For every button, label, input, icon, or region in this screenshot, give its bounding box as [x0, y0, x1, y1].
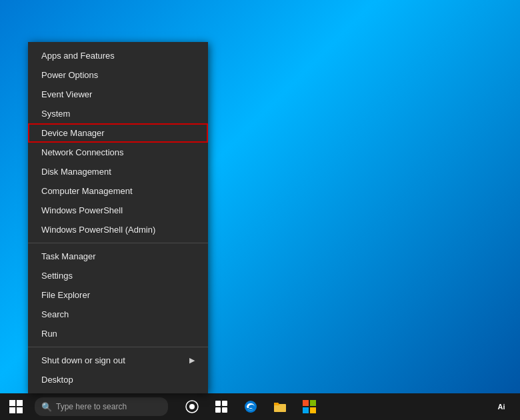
- menu-item-apps-features[interactable]: Apps and Features: [28, 46, 208, 65]
- file-explorer-taskbar-button[interactable]: [267, 393, 293, 420]
- menu-item-label: Device Manager: [41, 128, 105, 138]
- svg-rect-12: [303, 400, 309, 406]
- menu-item-label: Apps and Features: [41, 51, 115, 61]
- menu-divider: [28, 243, 208, 243]
- svg-rect-14: [303, 407, 309, 413]
- svg-rect-15: [310, 407, 316, 413]
- menu-item-windows-powershell[interactable]: Windows PowerShell: [28, 201, 208, 220]
- edge-browser-button[interactable]: [237, 393, 264, 420]
- menu-item-label: File Explorer: [41, 290, 90, 300]
- search-placeholder: Type here to search: [56, 402, 127, 411]
- svg-rect-7: [222, 401, 227, 406]
- menu-item-label: Settings: [41, 271, 73, 281]
- menu-item-label: Desktop: [41, 375, 73, 385]
- menu-item-search[interactable]: Search: [28, 305, 208, 324]
- menu-item-desktop[interactable]: Desktop: [28, 370, 208, 389]
- menu-item-label: Disk Management: [41, 167, 111, 177]
- menu-item-label: Search: [41, 309, 69, 319]
- svg-rect-8: [215, 407, 221, 413]
- menu-item-label: Task Manager: [41, 251, 96, 261]
- menu-item-settings[interactable]: Settings: [28, 266, 208, 285]
- task-view-button[interactable]: [179, 393, 205, 420]
- widgets-button[interactable]: [208, 393, 235, 420]
- menu-item-shut-down[interactable]: Shut down or sign out▶: [28, 351, 208, 370]
- ai-button[interactable]: Ai: [488, 393, 515, 420]
- menu-item-arrow: ▶: [189, 356, 195, 365]
- svg-rect-0: [9, 400, 15, 406]
- taskbar-search-bar[interactable]: 🔍 Type here to search: [35, 397, 168, 416]
- menu-item-label: System: [41, 109, 70, 119]
- svg-rect-6: [215, 401, 221, 406]
- svg-rect-2: [9, 407, 15, 413]
- context-menu: Apps and FeaturesPower OptionsEvent View…: [28, 42, 208, 393]
- menu-item-label: Power Options: [41, 70, 98, 80]
- svg-point-10: [245, 401, 257, 413]
- svg-rect-13: [310, 400, 316, 406]
- store-button[interactable]: [296, 393, 323, 420]
- menu-item-run[interactable]: Run: [28, 324, 208, 343]
- menu-item-label: Windows PowerShell: [41, 205, 123, 215]
- menu-item-network-connections[interactable]: Network Connections: [28, 143, 208, 162]
- menu-divider: [28, 347, 208, 347]
- taskbar-right: Ai: [488, 393, 520, 420]
- menu-item-label: Network Connections: [41, 147, 124, 157]
- menu-item-label: Windows PowerShell (Admin): [41, 225, 155, 235]
- menu-item-system[interactable]: System: [28, 104, 208, 123]
- search-icon: 🔍: [41, 402, 52, 412]
- start-button[interactable]: [0, 393, 32, 420]
- svg-rect-1: [17, 400, 23, 406]
- svg-point-5: [189, 404, 195, 409]
- menu-item-file-explorer[interactable]: File Explorer: [28, 285, 208, 305]
- menu-item-computer-management[interactable]: Computer Management: [28, 181, 208, 201]
- menu-item-label: Computer Management: [41, 186, 133, 196]
- menu-item-power-options[interactable]: Power Options: [28, 65, 208, 85]
- menu-item-windows-powershell-admin[interactable]: Windows PowerShell (Admin): [28, 220, 208, 239]
- menu-item-task-manager[interactable]: Task Manager: [28, 247, 208, 266]
- desktop: Apps and FeaturesPower OptionsEvent View…: [0, 0, 520, 420]
- taskbar: 🔍 Type here to search: [0, 393, 520, 420]
- menu-item-disk-management[interactable]: Disk Management: [28, 162, 208, 181]
- svg-rect-3: [17, 407, 23, 413]
- menu-item-label: Event Viewer: [41, 89, 92, 99]
- taskbar-icons: [179, 393, 323, 420]
- menu-item-label: Run: [41, 329, 57, 339]
- svg-rect-9: [222, 407, 227, 413]
- menu-item-device-manager[interactable]: Device Manager: [28, 123, 208, 143]
- menu-item-event-viewer[interactable]: Event Viewer: [28, 85, 208, 104]
- menu-item-label: Shut down or sign out: [41, 355, 125, 365]
